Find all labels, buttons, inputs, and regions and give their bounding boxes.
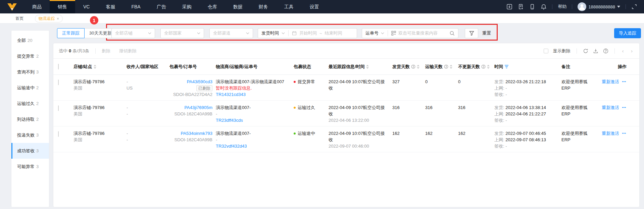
select-all-checkbox[interactable] (58, 64, 59, 69)
menu-item-service[interactable]: 客服 (98, 0, 123, 13)
search-input[interactable]: 双击可批量搜索内容 (398, 30, 450, 36)
no-update-days: 162 (458, 130, 494, 149)
remark: 欢迎使用赛狐ERP (561, 130, 599, 149)
sort-icon[interactable] (450, 65, 452, 69)
account-menu[interactable]: 18888888888 (578, 2, 620, 11)
tracking-no-link[interactable]: TR32vdf432d43 (216, 144, 247, 149)
undo-delete-button[interactable]: 撤销删除 (119, 48, 137, 54)
sort-icon[interactable] (417, 65, 419, 69)
row-checkbox[interactable] (58, 80, 59, 85)
sidebar-item-signed[interactable]: 成功签收3 (11, 143, 49, 159)
end-time-input[interactable]: 结束时间 (325, 30, 342, 36)
search-type-select[interactable]: 运单号 (365, 30, 379, 36)
menu-item-fba[interactable]: FBA (123, 0, 148, 13)
tracking-no-link[interactable]: TR14321cd343 (216, 92, 246, 97)
more-actions-icon[interactable]: ⋯ (622, 79, 627, 84)
sort-icon[interactable] (94, 65, 96, 69)
col-header-no-update-days[interactable]: 不更新天数 (458, 64, 494, 70)
menu-item-data[interactable]: 数据 (225, 0, 251, 13)
shop-select[interactable]: 全部店铺 (111, 28, 155, 38)
top-nav: 商品 销售 VC 客服 FBA 广告 采购 仓库 数据 财务 工具 设置 帮助 (0, 0, 644, 13)
channel-select[interactable]: 全部渠道 (209, 28, 253, 38)
divider (388, 30, 388, 36)
package-no-link[interactable]: PA43ji76905m (184, 105, 212, 110)
divider (577, 48, 577, 54)
reset-button[interactable]: 重置 (482, 28, 491, 38)
time-ship-label: 发货: (494, 105, 504, 110)
row-checkbox[interactable] (58, 131, 59, 137)
divider (614, 48, 615, 54)
reactivate-button[interactable]: 重新激活 (602, 79, 619, 84)
date-type-select[interactable]: 发货时间 (261, 30, 279, 36)
tab-logistics-tracking[interactable]: 物流追踪 × (35, 15, 63, 22)
menu-item-ads[interactable]: 广告 (149, 0, 174, 13)
col-header-remark: 备注 (561, 64, 599, 70)
normal-track-button[interactable]: 正常跟踪 (57, 28, 85, 38)
reactivate-button[interactable]: 重新激活 (602, 105, 619, 110)
track-info: 2022-04-09 10:07航空公司接收 (329, 130, 389, 143)
notifications-bell-icon[interactable] (541, 4, 547, 10)
export-download-icon[interactable] (593, 48, 598, 54)
sidebar-item-submit-error[interactable]: 提交异常2 (11, 48, 49, 64)
total-label: 条/共3条 (72, 48, 89, 54)
sidebar-item-possible-error[interactable]: 可能异常3 (11, 159, 49, 174)
menu-item-finance[interactable]: 财务 (251, 0, 276, 13)
reactivate-button[interactable]: 重新激活 (602, 131, 619, 136)
start-time-input[interactable]: 开始时间 (299, 30, 317, 36)
track-mode-group: 正常跟踪 30天无更新 (57, 28, 116, 38)
delete-button[interactable]: 删除 (102, 48, 110, 54)
carrier-name: 演示物流渠道007- (216, 130, 290, 137)
filter-sort-icon[interactable] (504, 65, 509, 68)
no-update-days: 316 (458, 104, 494, 123)
sidebar-item-not-found[interactable]: 查询不到3 (11, 64, 49, 80)
sidebar-item-awaiting-pickup[interactable]: 到达待取2 (11, 111, 49, 127)
chevron-down-icon (617, 6, 620, 8)
col-header-shop-site[interactable]: 店铺/站点 (73, 64, 127, 70)
sidebar-item-in-transit[interactable]: 运输途中2 (11, 80, 49, 96)
sidebar-item-delivery-failed[interactable]: 投递失败3 (11, 127, 49, 143)
help-link[interactable]: 帮助 (558, 4, 566, 10)
next-page-button[interactable]: › (630, 48, 634, 54)
package-no-link[interactable]: PA43i590cd3 (187, 79, 212, 84)
sort-icon[interactable] (366, 65, 369, 69)
menu-item-vc[interactable]: VC (75, 0, 98, 13)
refresh-icon[interactable] (583, 48, 588, 54)
search-icon[interactable] (450, 31, 455, 36)
more-actions-icon[interactable]: ⋯ (622, 131, 627, 136)
help-circle-icon[interactable] (603, 48, 608, 54)
menu-item-purchase[interactable]: 采购 (174, 0, 200, 13)
region: US (127, 85, 166, 91)
filter-funnel-button[interactable] (465, 28, 478, 38)
batch-search-icon[interactable] (391, 31, 396, 36)
import-tracking-button[interactable]: 导入追踪 (614, 28, 641, 38)
col-header-track-info[interactable]: 最近跟踪信息/时间 (329, 64, 392, 70)
menu-item-sales[interactable]: 销售 (50, 0, 75, 13)
mobile-app-icon[interactable] (529, 4, 535, 10)
sidebar-item-all[interactable]: 全部20 (11, 33, 49, 48)
logo-fox-icon[interactable] (0, 2, 24, 11)
menu-item-warehouse[interactable]: 仓库 (200, 0, 225, 13)
close-icon[interactable]: × (57, 17, 59, 21)
sidebar-item-transit-too-long[interactable]: 运输过久2 (11, 96, 49, 111)
status-dot (294, 107, 296, 109)
row-checkbox[interactable] (58, 105, 59, 111)
col-header-ship-days[interactable]: 发货天数 (392, 64, 425, 70)
site-name: 美国 (73, 137, 123, 143)
col-header-time[interactable]: 时间 (494, 64, 561, 70)
menu-item-settings[interactable]: 设置 (302, 0, 327, 13)
download-center-icon[interactable] (506, 4, 512, 10)
col-header-transit-days[interactable]: 运输天数 (425, 64, 458, 70)
tab-home[interactable]: 首页 (15, 13, 23, 23)
tracking-no-link[interactable]: TR23dff43cds (216, 118, 243, 123)
sort-icon[interactable] (487, 65, 490, 69)
country-select[interactable]: 全部国家 (160, 28, 204, 38)
time-sign-value: - (505, 144, 507, 149)
prev-page-button[interactable]: ‹ (621, 48, 625, 54)
add-document-icon[interactable] (518, 4, 524, 10)
show-deleted-checkbox[interactable] (544, 49, 548, 53)
menu-item-tools[interactable]: 工具 (276, 0, 302, 13)
menu-item-products[interactable]: 商品 (24, 0, 50, 13)
fullscreen-icon[interactable] (631, 4, 637, 10)
more-actions-icon[interactable]: ⋯ (622, 105, 627, 110)
package-no-link[interactable]: PA534oinmk793 (181, 131, 212, 136)
